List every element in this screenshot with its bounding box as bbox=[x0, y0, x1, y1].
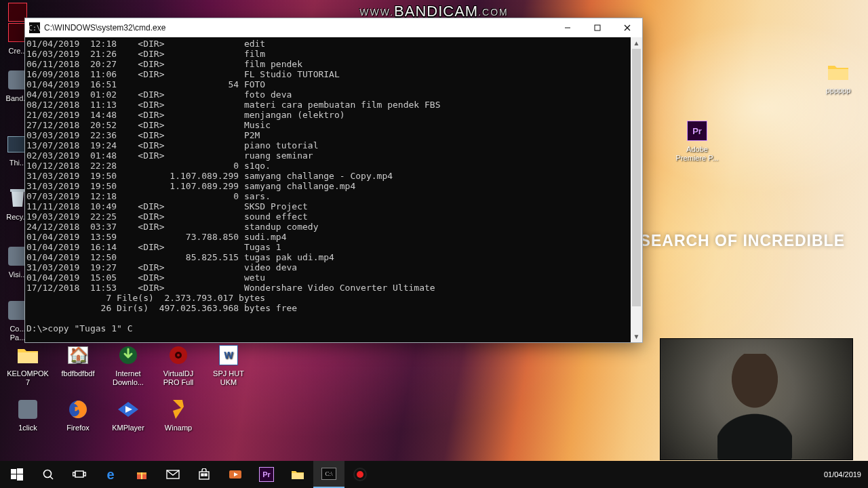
firefox-icon bbox=[66, 397, 90, 422]
svg-rect-25 bbox=[141, 472, 142, 479]
premiere-icon: Pr bbox=[259, 467, 274, 482]
gift-icon bbox=[134, 466, 150, 483]
mail-icon bbox=[165, 466, 181, 483]
edge-icon: e bbox=[102, 466, 119, 483]
desktop-icon-label: Internet Downlo... bbox=[104, 369, 152, 387]
taskbar-edge[interactable]: e bbox=[95, 461, 126, 488]
pr-icon: Pr bbox=[685, 119, 709, 143]
desktop-icon[interactable]: KMPlayer bbox=[104, 397, 152, 432]
cmd-title: C:\WINDOWS\system32\cmd.exe bbox=[44, 23, 553, 33]
desktop-icon[interactable]: Internet Downlo... bbox=[104, 343, 152, 387]
desktop-icon-label: SPJ HUT UKM bbox=[205, 369, 252, 387]
taskbar-videoapp[interactable] bbox=[220, 461, 251, 488]
taskbar-search[interactable] bbox=[33, 461, 64, 488]
idm-icon bbox=[116, 343, 140, 367]
desktop-icon[interactable]: WSPJ HUT UKM bbox=[205, 343, 252, 387]
cmd-titlebar[interactable]: C:\ C:\WINDOWS\system32\cmd.exe bbox=[25, 18, 642, 37]
scroll-down-arrow-icon[interactable]: ▼ bbox=[631, 331, 642, 342]
desktop-icon-label: fbdfbdfbdf bbox=[54, 369, 102, 378]
desktop-icon[interactable]: PrAdobe Premiere P... bbox=[673, 119, 722, 163]
svg-line-19 bbox=[50, 476, 53, 479]
cmd-window[interactable]: C:\ C:\WINDOWS\system32\cmd.exe 01/04/20… bbox=[24, 18, 643, 343]
svg-point-34 bbox=[357, 471, 363, 478]
taskbar-gift[interactable] bbox=[126, 461, 157, 488]
home-icon: 🏠 bbox=[66, 343, 90, 367]
cmd-icon: C:\ bbox=[321, 468, 336, 480]
desktop-icon-label: Winamp bbox=[155, 424, 202, 432]
svg-rect-21 bbox=[73, 472, 75, 476]
svg-rect-15 bbox=[17, 468, 23, 474]
folder-icon bbox=[826, 60, 850, 84]
task-view-icon bbox=[71, 466, 87, 483]
video-app-icon bbox=[227, 466, 243, 483]
svg-rect-22 bbox=[84, 472, 86, 476]
svg-rect-17 bbox=[17, 474, 23, 481]
desktop-icon[interactable]: pppppp bbox=[814, 60, 863, 95]
tray-date: 01/04/2019 bbox=[824, 470, 861, 479]
svg-point-18 bbox=[44, 470, 52, 478]
search-icon bbox=[40, 466, 56, 483]
close-button[interactable] bbox=[612, 18, 642, 37]
windows-logo-icon bbox=[9, 466, 25, 483]
desktop-icon-label: VirtualDJ PRO Full bbox=[155, 369, 202, 387]
svg-rect-32 bbox=[292, 473, 304, 479]
taskbar-cmd[interactable]: C:\ bbox=[313, 461, 344, 488]
cmd-titlebar-icon: C:\ bbox=[29, 22, 40, 33]
svg-rect-1 bbox=[828, 69, 848, 80]
desktop-icon-label: 1click bbox=[4, 424, 52, 432]
desktop-icon[interactable]: 🏠fbdfbdfbdf bbox=[54, 343, 102, 387]
desktop-icon-label: KELOMPOK 7 bbox=[4, 369, 52, 387]
desktop-icon[interactable]: VirtualDJ PRO Full bbox=[155, 343, 202, 387]
svg-marker-13 bbox=[173, 400, 184, 419]
desktop-icon-label: Adobe Premiere P... bbox=[673, 145, 722, 163]
svg-rect-20 bbox=[75, 471, 83, 477]
svg-rect-27 bbox=[199, 472, 209, 479]
taskbar-premiere[interactable]: Pr bbox=[251, 461, 282, 488]
taskbar-explorer[interactable] bbox=[282, 461, 313, 488]
system-tray[interactable]: 01/04/2019 bbox=[820, 461, 865, 488]
svg-rect-16 bbox=[11, 474, 16, 479]
maximize-button[interactable] bbox=[583, 18, 612, 37]
svg-rect-0 bbox=[10, 189, 25, 192]
webcam-overlay bbox=[660, 339, 852, 460]
desktop-icon[interactable]: 1click bbox=[4, 397, 52, 432]
scroll-thumb[interactable] bbox=[632, 49, 641, 306]
svg-rect-29 bbox=[205, 474, 207, 476]
desktop-icon-label: KMPlayer bbox=[104, 424, 152, 432]
generic-icon bbox=[16, 397, 40, 422]
taskbar-store[interactable] bbox=[189, 461, 220, 488]
desktop-icon[interactable]: Winamp bbox=[155, 397, 202, 432]
taskbar[interactable]: e Pr C:\ 01/04/2019 bbox=[0, 461, 868, 488]
vdj-icon bbox=[166, 343, 191, 367]
desktop-icon[interactable]: KELOMPOK 7 bbox=[4, 343, 52, 387]
taskbar-mail[interactable] bbox=[157, 461, 189, 488]
svg-rect-6 bbox=[18, 352, 38, 363]
svg-rect-14 bbox=[11, 469, 16, 474]
taskbar-bandicam[interactable] bbox=[344, 461, 376, 488]
kmp-icon bbox=[116, 397, 140, 422]
svg-rect-3 bbox=[595, 25, 600, 30]
desktop-icon[interactable]: Firefox bbox=[54, 397, 102, 432]
task-view-button[interactable] bbox=[64, 461, 95, 488]
store-icon bbox=[196, 466, 212, 483]
word-icon: W bbox=[216, 343, 241, 367]
desktop-icon-label: Firefox bbox=[54, 424, 102, 432]
scroll-up-arrow-icon[interactable]: ▲ bbox=[631, 37, 642, 49]
desktop-icon-label: pppppp bbox=[814, 86, 863, 95]
cmd-scrollbar[interactable]: ▲ ▼ bbox=[631, 37, 642, 342]
minimize-button[interactable] bbox=[553, 18, 583, 37]
start-button[interactable] bbox=[1, 461, 33, 488]
folder-icon bbox=[290, 466, 306, 483]
wallpaper-tagline: IN SEARCH OF INCREDIBLE bbox=[618, 232, 845, 250]
svg-point-10 bbox=[177, 354, 180, 357]
cmd-output[interactable]: 01/04/2019 12:18 <DIR> edit 16/03/2019 2… bbox=[25, 37, 631, 342]
folder-icon bbox=[16, 343, 40, 367]
svg-rect-28 bbox=[201, 474, 203, 476]
record-icon bbox=[352, 466, 368, 483]
winamp-icon bbox=[166, 397, 191, 422]
